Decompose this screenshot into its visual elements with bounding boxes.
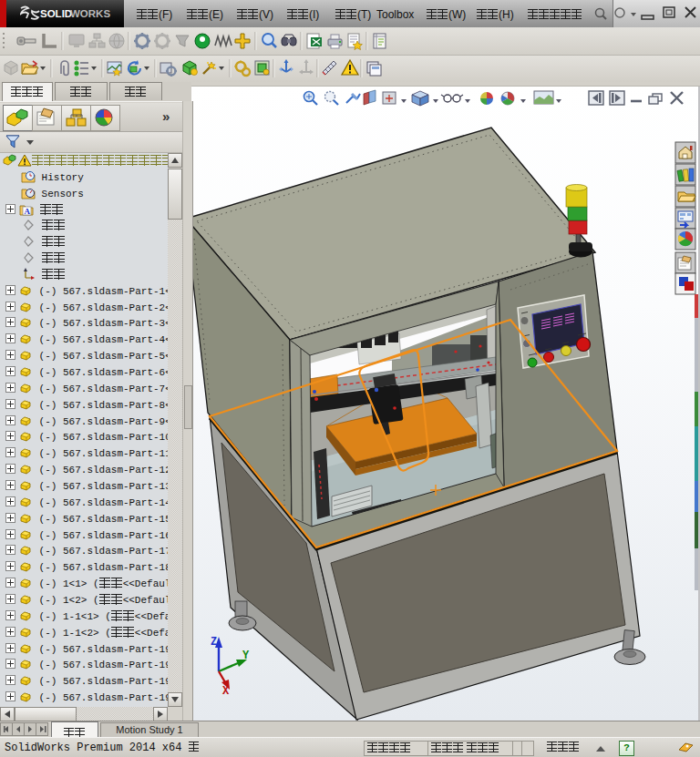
- svg-text:A: A: [25, 207, 31, 216]
